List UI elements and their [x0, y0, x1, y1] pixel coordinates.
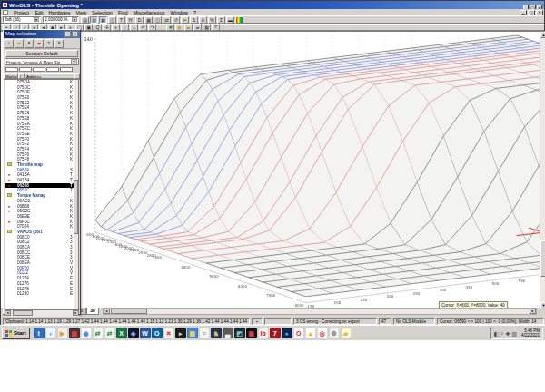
- text-mode-button[interactable]: T: [117, 16, 125, 24]
- child-close-button[interactable]: ✕: [536, 10, 543, 15]
- freeze-button[interactable]: ▬: [226, 16, 234, 24]
- view-table-button[interactable]: ▤: [81, 16, 89, 24]
- list-vertical-scrollbar[interactable]: [74, 80, 78, 309]
- columns-button[interactable]: ◫: [154, 16, 162, 24]
- view-2d-button[interactable]: ▥: [90, 16, 98, 24]
- chevron-down-icon[interactable]: ▼: [72, 17, 77, 22]
- scroll-left-arrow[interactable]: ◄: [104, 309, 110, 314]
- filter-cell[interactable]: [5, 67, 18, 72]
- notes-icon[interactable]: ≡: [199, 328, 210, 338]
- tray-icon-2[interactable]: ✚: [505, 330, 510, 337]
- panel-close-button[interactable]: ✕: [72, 31, 78, 37]
- filter-cell[interactable]: [60, 67, 73, 72]
- console-icon[interactable]: ▸: [175, 328, 186, 338]
- menu-selection[interactable]: Selection: [89, 10, 115, 15]
- explorer-icon[interactable]: ▤: [187, 328, 198, 338]
- maps-folder-button[interactable]: ▰: [184, 24, 193, 31]
- filter-cell[interactable]: [46, 67, 59, 72]
- absolute-button[interactable]: A: [199, 16, 207, 24]
- thunderbird-icon[interactable]: t: [34, 328, 45, 338]
- scroll-right-arrow[interactable]: ►: [530, 309, 536, 314]
- circle-tool-button[interactable]: ○: [121, 24, 129, 31]
- insert-button[interactable]: +: [112, 24, 120, 31]
- menu-project[interactable]: Project: [11, 10, 32, 15]
- panel-import-button[interactable]: ▰: [35, 39, 44, 48]
- box-3d-icon[interactable]: ◆: [128, 328, 139, 338]
- outlook-icon[interactable]: O: [152, 328, 163, 338]
- photos-icon[interactable]: ◩: [234, 328, 245, 338]
- folder-faded-icon[interactable]: ▰: [341, 328, 352, 338]
- panel-pin-button[interactable]: ▪: [64, 31, 71, 37]
- child-restore-button[interactable]: ▢: [528, 10, 535, 15]
- percent-button[interactable]: %: [208, 16, 216, 24]
- scroll-thumb[interactable]: [540, 240, 545, 277]
- list-header[interactable]: Marker / Address: [4, 74, 80, 80]
- map-size-combo[interactable]: 8x8 (16) ▼: [3, 16, 41, 23]
- menu-window[interactable]: Window: [167, 10, 191, 15]
- rotate-view-button[interactable]: ↺: [172, 16, 180, 24]
- gdrive-icon[interactable]: ▲: [305, 328, 316, 338]
- session-button[interactable]: Session: Default: [5, 50, 78, 57]
- menu-edit[interactable]: Edit: [32, 10, 45, 15]
- start-button[interactable]: Start: [2, 328, 30, 339]
- media-app-icon[interactable]: ▶: [57, 328, 68, 338]
- column-slash[interactable]: /: [18, 74, 25, 79]
- chrome-icon[interactable]: ◉: [81, 328, 92, 338]
- tab-3d[interactable]: 3d: [86, 308, 99, 315]
- menu-[interactable]: ?: [191, 10, 199, 15]
- project-folder-button[interactable]: ▰: [193, 24, 202, 31]
- filter-cell[interactable]: [19, 67, 32, 72]
- panel-new-button[interactable]: ▫: [5, 39, 14, 48]
- panel-title-bar[interactable]: Map selection ▪✕: [4, 30, 80, 38]
- tray-icon-0[interactable]: ◧: [494, 330, 500, 337]
- move-tool-button[interactable]: ✛: [103, 24, 111, 31]
- winols-icon[interactable]: ▦: [69, 328, 80, 338]
- zoom-tool-button[interactable]: Q: [94, 24, 102, 31]
- dec-mode-button[interactable]: D: [135, 16, 144, 24]
- panel-delete-button[interactable]: ✕: [54, 39, 64, 48]
- swap-axes-button[interactable]: ⇄: [163, 16, 171, 24]
- menu-hardware[interactable]: Hardware: [46, 10, 74, 15]
- games-icon[interactable]: ♞: [211, 328, 222, 338]
- excel-icon[interactable]: X: [116, 328, 127, 338]
- hex-mode-button[interactable]: H: [126, 16, 134, 24]
- movie-icon[interactable]: ▣: [246, 328, 257, 338]
- printer-icon[interactable]: ▃: [223, 328, 233, 338]
- scroll-up-arrow[interactable]: ▲: [540, 32, 545, 38]
- factor-combo[interactable]: 2.000000 % ▼: [43, 16, 79, 23]
- hexdump-button[interactable]: ✱: [166, 24, 174, 31]
- tray-icon-1[interactable]: ♪: [500, 330, 503, 337]
- select-all-button[interactable]: ▣: [84, 24, 93, 31]
- sync-green-2-icon[interactable]: ⇄: [104, 328, 115, 338]
- red-x-app-icon[interactable]: ✕: [164, 328, 174, 338]
- tray-icon-3[interactable]: ▥: [511, 330, 517, 337]
- chevron-down-icon[interactable]: ▼: [71, 59, 77, 64]
- list-item[interactable]: 01280E: [5, 291, 78, 297]
- menu-find[interactable]: Find: [115, 10, 131, 15]
- scroll-right-arrow[interactable]: ►: [73, 310, 79, 316]
- ib-icon[interactable]: ib: [258, 328, 269, 338]
- filter-cell[interactable]: [33, 67, 45, 72]
- column-sort[interactable]: [74, 74, 80, 79]
- chevron-down-icon[interactable]: ▼: [34, 17, 39, 22]
- scroll-thumb[interactable]: [13, 310, 33, 316]
- difference-button[interactable]: Δ: [190, 16, 198, 24]
- browser-ball-icon[interactable]: ●: [282, 328, 292, 338]
- word-icon[interactable]: W: [140, 328, 151, 338]
- title-bar[interactable]: WinOLS - Throttle Opening * ▁▢✕: [1, 1, 544, 9]
- scripts-button[interactable]: ◆: [175, 24, 183, 31]
- panel-properties-button[interactable]: ≡: [45, 39, 54, 48]
- panel-open-dropdown[interactable]: ▾: [25, 39, 34, 48]
- tools-gear-icon[interactable]: ⚙: [329, 328, 340, 338]
- view-3d-button[interactable]: ▦: [99, 16, 107, 24]
- egg-app-icon[interactable]: ◗: [45, 328, 56, 338]
- view-2d3d-toggle-button[interactable]: ▦: [203, 24, 211, 31]
- scroll-left-arrow[interactable]: ◄: [5, 310, 11, 316]
- burn-icon[interactable]: ◎: [317, 328, 328, 338]
- menu-view[interactable]: View: [73, 10, 89, 15]
- colors-button[interactable]: [235, 16, 243, 24]
- help-toolbar-button[interactable]: ?: [212, 24, 220, 31]
- vertical-scrollbar[interactable]: ▲ ▼: [540, 32, 545, 308]
- undo-button[interactable]: ↶: [139, 24, 147, 31]
- panel-open-button[interactable]: ▰: [15, 39, 24, 48]
